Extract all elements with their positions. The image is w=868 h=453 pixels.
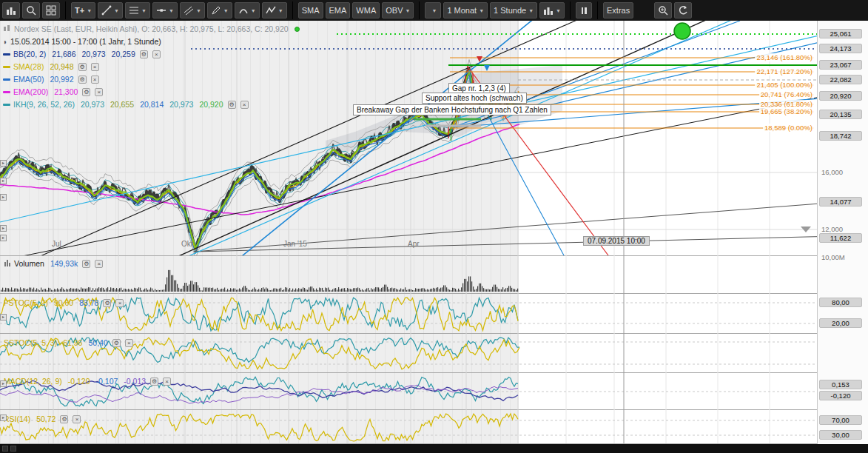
- indicator-label: BB(20, 2): [13, 50, 46, 58]
- indicator-close-button[interactable]: ×: [152, 50, 161, 58]
- annotation-breakaway-gap[interactable]: Breakaway Gap der Banken Hochstufung nac…: [353, 104, 551, 115]
- collapsed-indicator-icon[interactable]: ▸: [0, 314, 7, 321]
- indicator-close-button[interactable]: ×: [95, 260, 103, 268]
- price-axis-chip: 11,622: [819, 233, 862, 243]
- price-axis-label: 10,00M: [821, 253, 845, 261]
- indicator-settings-button[interactable]: ⚙: [228, 101, 236, 109]
- indicator-value: 21,686: [52, 50, 75, 58]
- chevron-down-icon: ▼: [528, 8, 534, 13]
- indicator-button-obv[interactable]: OBV▼: [382, 2, 414, 19]
- indicator-legend-row: EMA(50)20,992⚙×: [3, 74, 300, 84]
- zigzag-tool[interactable]: ▼: [262, 2, 287, 19]
- x-axis-label: Apr: [408, 240, 420, 248]
- statusbar-icon[interactable]: [10, 446, 16, 452]
- macd-legend: MACD(12, 26, 9)-0,120-0,107-0,013⚙×: [4, 376, 171, 386]
- search-icon[interactable]: [22, 2, 40, 19]
- chevron-down-icon: ▼: [479, 8, 484, 13]
- indicator-settings-button[interactable]: ⚙: [103, 299, 111, 307]
- volume-panel[interactable]: [0, 256, 817, 294]
- indicator-value: 20,973: [169, 100, 193, 109]
- trading-app-window: T+▼▼▼▼▼▼▼▼SMAEMAWMAOBV▼▼1 Monat▼1 Stunde…: [0, 0, 868, 453]
- indicator-button-ema[interactable]: EMA: [326, 2, 351, 19]
- chart-type-icon[interactable]: [2, 2, 20, 19]
- zoom-in-button[interactable]: [654, 2, 672, 19]
- sstoc-legend: SSTOC(5, 5, 3)61,9650,40⚙×: [4, 338, 133, 348]
- price-axis-chip: 80,00: [819, 298, 862, 307]
- indicator-value: 20,973: [81, 50, 105, 58]
- trendline-tool[interactable]: ▼: [98, 2, 123, 19]
- collapsed-indicator-icon[interactable]: ▸: [0, 225, 7, 232]
- channel-tool[interactable]: ▼: [180, 2, 205, 19]
- rsi-panel[interactable]: [0, 410, 817, 444]
- price-axis-chip: 24,173: [819, 44, 862, 53]
- undo-button[interactable]: [674, 2, 692, 19]
- indicator-label: EMA(200): [13, 87, 48, 96]
- indicator-button-sma[interactable]: SMA: [298, 2, 323, 19]
- status-bar: [0, 444, 868, 453]
- status-dot: [295, 27, 300, 32]
- price-axis-label: 16,000: [821, 168, 843, 176]
- compare-dropdown[interactable]: ▼: [539, 2, 565, 19]
- chevron-down-icon: ▼: [556, 8, 561, 13]
- indicator-close-button[interactable]: ×: [125, 339, 133, 347]
- indicator-settings-button[interactable]: ⚙: [140, 50, 148, 58]
- indicator-settings-button[interactable]: ⚙: [78, 63, 87, 71]
- price-axis-chip: 22,082: [819, 75, 862, 84]
- indicator-label: SMA(28): [13, 62, 44, 71]
- indicator-close-button[interactable]: ×: [240, 101, 249, 109]
- indicator-label: EMA(50): [13, 75, 44, 84]
- collapsed-indicator-icon[interactable]: ▸: [0, 160, 7, 167]
- indicator-close-button[interactable]: ×: [115, 299, 124, 307]
- pause-button[interactable]: [576, 2, 592, 19]
- indicator-close-button[interactable]: ×: [163, 378, 171, 386]
- chevron-down-icon: ▼: [223, 8, 229, 13]
- indicator-settings-button[interactable]: ⚙: [78, 76, 87, 84]
- interval-dropdown[interactable]: 1 Stunde▼: [490, 2, 537, 19]
- vol-value: 149,93k: [50, 259, 78, 268]
- collapsed-indicator-icon[interactable]: ▸: [0, 178, 7, 184]
- macd-value: -0,013: [124, 377, 146, 386]
- indicator-legend-row: SMA(28)20,948⚙×: [3, 61, 300, 72]
- indicator-settings-button[interactable]: ⚙: [82, 88, 90, 96]
- pause-icon: [582, 7, 587, 14]
- chevron-down-icon: ▼: [431, 8, 437, 13]
- arc-tool[interactable]: ▼: [235, 2, 260, 19]
- timeframe-row: ◗ 15.05.2014 15:00 - 17:00 (1 Jahr, 1 St…: [3, 36, 300, 47]
- price-axis-chip: 18,742: [819, 131, 862, 141]
- collapsed-indicator-icon[interactable]: ▸: [0, 415, 7, 421]
- indicator-close-button[interactable]: ×: [95, 88, 103, 96]
- series-color-swatch: [3, 53, 10, 56]
- period-dropdown[interactable]: 1 Monat▼: [443, 2, 488, 19]
- collapsed-indicator-icon[interactable]: ▸: [0, 194, 7, 201]
- horizontal-line-tool[interactable]: ▼: [152, 2, 178, 19]
- indicator-button-wma[interactable]: WMA: [352, 2, 380, 19]
- indicator-settings-button[interactable]: ⚙: [82, 260, 90, 268]
- pencil-tool[interactable]: ▼: [207, 2, 232, 19]
- clock-icon: ◗: [3, 38, 7, 46]
- statusbar-icon[interactable]: [2, 446, 8, 452]
- toolbar-separator: [292, 1, 293, 19]
- indicator-settings-button[interactable]: ⚙: [112, 339, 121, 347]
- fibonacci-tool[interactable]: ▼: [125, 2, 150, 19]
- price-axis-chip: -0,120: [819, 391, 862, 400]
- collapsed-indicator-icon[interactable]: ▸: [0, 235, 7, 241]
- extras-button[interactable]: Extras: [603, 2, 633, 19]
- instrument-title-row: Nordex SE (Last, EUR, Heikin Ashi), O: 2…: [3, 24, 300, 34]
- layout-grid-icon[interactable]: [42, 2, 60, 19]
- price-axis-chip: 0,153: [819, 380, 862, 389]
- collapsed-indicator-icon[interactable]: ▸: [0, 380, 7, 387]
- indicator-close-button[interactable]: ×: [91, 76, 99, 84]
- indicator-value: 20,920: [199, 100, 223, 109]
- indicator-close-button[interactable]: ×: [73, 415, 81, 423]
- indicator-legend-row: BB(20, 2)21,68620,97320,259⚙×: [3, 49, 300, 59]
- indicator-close-button[interactable]: ×: [91, 63, 99, 71]
- text-tool[interactable]: T+▼: [71, 2, 95, 19]
- timeframe-favorites-dropdown[interactable]: ▼: [425, 2, 441, 19]
- annotation-support[interactable]: Support altes hoch (schwach): [422, 93, 527, 104]
- indicator-settings-button[interactable]: ⚙: [150, 378, 158, 386]
- macd-label: MACD(12, 26, 9): [4, 377, 62, 386]
- series-color-swatch: [3, 78, 10, 81]
- chevron-down-icon: ▼: [169, 8, 174, 13]
- indicator-label: IKH(9, 26, 52, 26): [13, 100, 75, 109]
- indicator-settings-button[interactable]: ⚙: [60, 415, 68, 423]
